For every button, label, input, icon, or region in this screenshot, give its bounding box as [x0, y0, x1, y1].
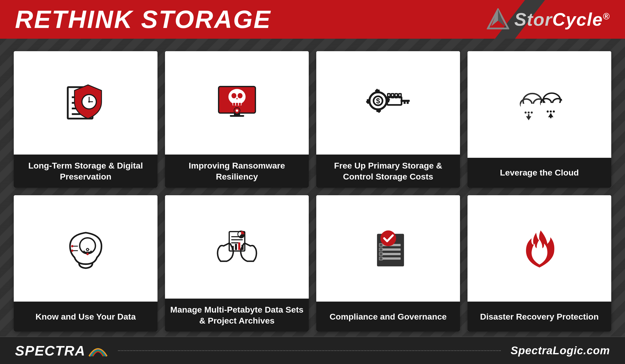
svg-marker-52	[526, 116, 531, 120]
svg-rect-83	[379, 243, 383, 247]
svg-rect-40	[398, 94, 401, 98]
svg-rect-39	[395, 94, 398, 98]
svg-rect-75	[235, 244, 237, 250]
card-label-know-data: Know and Use Your Data	[14, 302, 158, 332]
card-compliance[interactable]: Compliance and Governance	[316, 195, 460, 332]
header: RETHINK STORAGE StorCycle®	[0, 0, 625, 39]
svg-rect-42	[406, 102, 408, 104]
svg-rect-85	[379, 252, 383, 256]
logo-text: StorCycle®	[514, 9, 610, 29]
logo-area: StorCycle®	[487, 8, 610, 31]
svg-point-49	[528, 112, 530, 114]
card-label-compliance: Compliance and Governance	[316, 302, 460, 332]
svg-text:$: $	[376, 97, 380, 105]
card-icon-ransomware	[165, 51, 309, 155]
card-icon-cloud	[468, 51, 611, 158]
card-disaster-recovery[interactable]: Disaster Recovery Protection	[468, 195, 611, 332]
card-label-petabyte: Manage Multi-Petabyte Data Sets & Projec…	[165, 299, 309, 332]
footer-divider	[118, 350, 501, 351]
svg-point-50	[530, 112, 532, 114]
svg-rect-17	[233, 103, 235, 106]
svg-rect-41	[400, 100, 410, 102]
svg-point-22	[236, 109, 238, 112]
card-label-ransomware: Improving Ransomware Resiliency	[165, 155, 309, 187]
svg-rect-84	[379, 248, 383, 251]
card-label-disaster-recovery: Disaster Recovery Protection	[468, 302, 611, 332]
svg-marker-61	[548, 113, 553, 117]
card-know-data[interactable]: Know and Use Your Data	[14, 195, 158, 332]
card-icon-compliance	[316, 195, 460, 302]
registered-mark: ®	[603, 11, 610, 21]
svg-rect-74	[232, 246, 234, 250]
spectra-logo: SPECTRA	[15, 343, 108, 359]
page-title: RETHINK STORAGE	[15, 5, 271, 34]
svg-rect-19	[239, 103, 241, 106]
footer: SPECTRA SpectraLogic.com	[0, 337, 625, 364]
card-ransomware[interactable]: Improving Ransomware Resiliency	[165, 51, 309, 188]
svg-rect-56	[540, 103, 562, 109]
footer-url: SpectraLogic.com	[511, 344, 610, 357]
card-icon-petabyte	[165, 195, 309, 299]
svg-point-58	[550, 111, 552, 113]
checklist-icon	[366, 226, 411, 271]
storcycle-brand: StorCycle®	[514, 9, 610, 30]
card-icon-long-term	[14, 51, 158, 155]
card-petabyte[interactable]: Manage Multi-Petabyte Data Sets & Projec…	[165, 195, 309, 332]
svg-point-68	[86, 253, 88, 255]
card-label-free-storage: Free Up Primary Storage & Control Storag…	[316, 155, 460, 187]
grid-row-1: Long-Term Storage & Digital Preservation	[14, 51, 611, 188]
grid-row-2: Know and Use Your Data	[14, 195, 611, 332]
svg-rect-43	[404, 102, 406, 104]
document-shield-icon	[63, 80, 108, 125]
svg-rect-76	[238, 242, 240, 250]
svg-rect-24	[230, 115, 244, 117]
svg-rect-77	[242, 245, 244, 250]
svg-point-62	[80, 238, 95, 253]
card-icon-free-storage: $	[316, 51, 460, 155]
hands-data-icon	[214, 224, 260, 269]
spectra-logo-text: SPECTRA	[15, 343, 86, 359]
gear-key-icon: $	[366, 80, 411, 125]
svg-rect-18	[236, 103, 238, 106]
main-content: Long-Term Storage & Digital Preservation	[0, 39, 625, 337]
card-long-term-storage[interactable]: Long-Term Storage & Digital Preservation	[14, 51, 158, 188]
card-free-storage[interactable]: $ Free Up Primary Storage & Control Stor…	[316, 51, 460, 188]
cloud-upload-icon	[517, 82, 562, 127]
svg-point-87	[380, 230, 396, 246]
svg-point-67	[71, 249, 73, 252]
svg-rect-37	[388, 94, 390, 98]
flame-icon	[517, 226, 562, 271]
svg-point-21	[238, 93, 242, 98]
card-icon-know-data	[14, 195, 158, 302]
svg-point-57	[546, 111, 548, 113]
head-bulb-icon	[63, 226, 108, 271]
skull-monitor-icon	[214, 80, 260, 125]
svg-rect-38	[391, 94, 394, 98]
spectra-rainbow-icon	[88, 344, 108, 357]
svg-point-65	[71, 245, 73, 247]
card-cloud[interactable]: Leverage the Cloud	[468, 51, 611, 188]
storcycle-logo-icon	[487, 8, 509, 31]
svg-point-48	[524, 112, 526, 114]
svg-point-59	[553, 111, 555, 113]
card-label-cloud: Leverage the Cloud	[468, 158, 611, 188]
svg-rect-86	[379, 257, 383, 260]
svg-point-20	[231, 93, 236, 98]
card-icon-disaster-recovery	[468, 195, 611, 302]
svg-point-12	[88, 101, 90, 103]
card-label-long-term: Long-Term Storage & Digital Preservation	[14, 155, 158, 187]
